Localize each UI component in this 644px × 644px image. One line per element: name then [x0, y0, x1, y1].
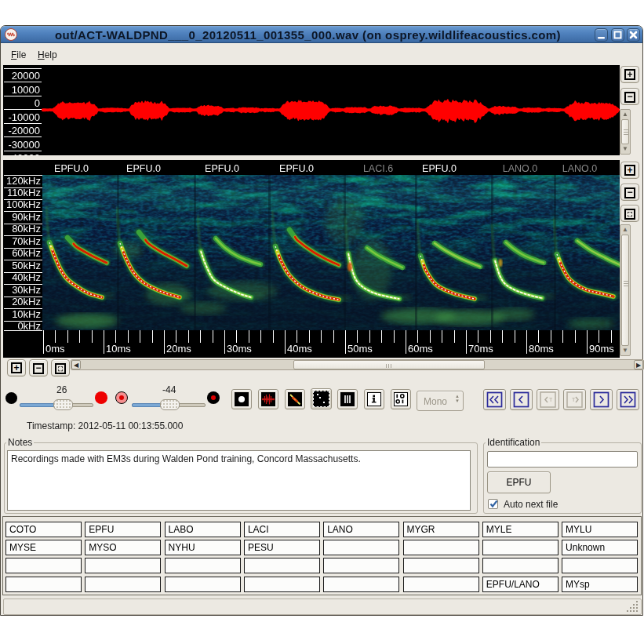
svg-text:T: T — [549, 397, 553, 402]
svg-text:T: T — [572, 397, 576, 402]
